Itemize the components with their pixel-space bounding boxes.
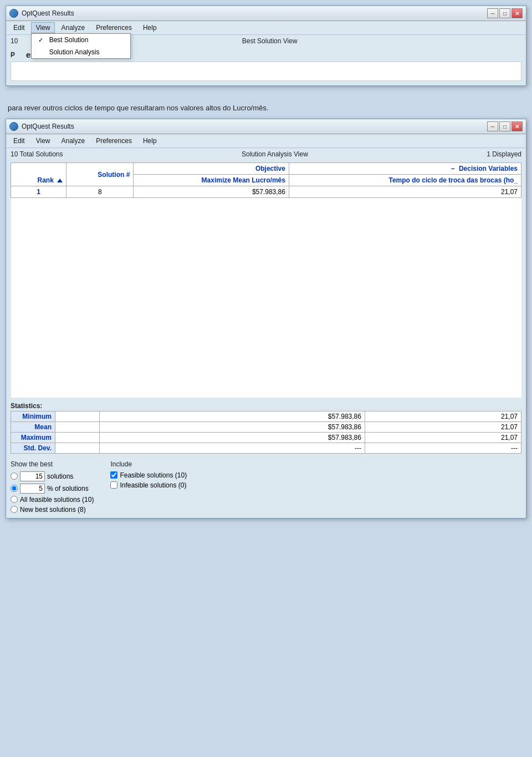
restore-button2[interactable]: □ — [499, 121, 510, 131]
radio-all-feasible[interactable] — [11, 496, 18, 503]
mean-empty — [55, 421, 100, 432]
stats-table: Minimum $57.983,86 21,07 Mean $57.983,86… — [11, 411, 521, 454]
window2-menubar: Edit View Analyze Preferences Help — [6, 134, 526, 148]
stddev-tempo: --- — [365, 443, 521, 453]
checkbox-row-infeasible: Infeasible solutions (0) — [110, 481, 187, 489]
menu2-view[interactable]: View — [31, 135, 55, 146]
decision-label: Decision Variables — [459, 165, 518, 172]
mean-objective: $57.983,86 — [100, 421, 365, 432]
radio-row-pct: % of solutions — [11, 484, 94, 494]
window1-menubar: Edit View ✓ Best Solution Solution Analy… — [6, 21, 526, 35]
window2-statusbar: 10 Total Solutions Solution Analysis Vie… — [6, 148, 526, 160]
pct-number-input[interactable] — [20, 484, 45, 494]
dropdown-solution-analysis[interactable]: Solution Analysis — [32, 46, 130, 58]
checkbox-row-feasible: Feasible solutions (10) — [110, 471, 187, 479]
solutions-count: 10 — [11, 37, 18, 45]
solution-analysis-label: Solution Analysis — [49, 48, 100, 56]
decision-col-header: − Decision Variables — [289, 163, 521, 175]
tempo-col-header: Tempo do ciclo de troca das brocas (ho_ — [289, 175, 521, 186]
optquest-icon — [9, 9, 18, 18]
window1-titlebar-left: OptQuest Results — [9, 9, 74, 18]
minus-btn[interactable]: − — [451, 165, 455, 172]
stddev-objective: --- — [100, 443, 365, 453]
window2-title: OptQuest Results — [22, 123, 74, 130]
statistics-label: Statistics: — [11, 402, 521, 410]
minimum-tempo: 21,07 — [365, 411, 521, 421]
close-button[interactable]: ✕ — [511, 8, 523, 18]
window1-title: OptQuest Results — [22, 9, 74, 17]
menu-help[interactable]: Help — [138, 22, 162, 33]
minimize-button[interactable]: ─ — [487, 8, 498, 18]
dropdown-best-solution[interactable]: ✓ Best Solution — [32, 34, 130, 46]
solution-table: Rank Solution # Objective − Decision Var… — [11, 162, 521, 398]
infeasible-checkbox[interactable] — [110, 481, 117, 489]
window2-titlebar: OptQuest Results ─ □ ✕ — [6, 119, 526, 134]
cell-solution: 8 — [66, 186, 134, 198]
menu-view[interactable]: View — [31, 22, 55, 33]
radio-new-best[interactable] — [11, 506, 18, 513]
controls-section: Show the best solutions % of solutions A… — [6, 456, 526, 518]
radio-solutions[interactable] — [11, 473, 18, 480]
chart-area — [11, 62, 521, 81]
maximize-col-header: Maximize Mean Lucro/mês — [134, 175, 289, 186]
window1: OptQuest Results ─ □ ✕ Edit View ✓ Best … — [6, 6, 526, 86]
minimize-button2[interactable]: ─ — [487, 121, 498, 131]
total-solutions: 10 Total Solutions — [11, 150, 63, 158]
radio-row-new-best: New best solutions (8) — [11, 506, 94, 514]
window2-controls: ─ □ ✕ — [487, 121, 523, 131]
view-label: Best Solution View — [242, 37, 298, 45]
displayed-count: 1 Displayed — [487, 150, 521, 158]
maximum-label: Maximum — [11, 432, 55, 443]
view-label2: Solution Analysis View — [242, 150, 308, 158]
show-best-title: Show the best — [11, 460, 94, 468]
objective-col-header: Objective — [134, 163, 289, 175]
maximum-tempo: 21,07 — [365, 432, 521, 443]
rank-label: Rank — [37, 176, 53, 184]
menu2-help[interactable]: Help — [138, 135, 162, 146]
feasible-label: Feasible solutions (10) — [120, 471, 187, 479]
stddev-label: Std. Dev. — [11, 443, 55, 453]
menu2-edit[interactable]: Edit — [8, 135, 30, 146]
feasible-checkbox[interactable] — [110, 471, 117, 479]
optquest-icon2 — [9, 122, 18, 131]
radio-row-solutions: solutions — [11, 471, 94, 481]
window1-titlebar: OptQuest Results ─ □ ✕ — [6, 6, 526, 21]
body-text: para rever outros ciclos de tempo que re… — [6, 97, 526, 119]
menu2-preferences[interactable]: Preferences — [91, 135, 137, 146]
radio-pct[interactable] — [11, 485, 18, 492]
minimum-label: Minimum — [11, 411, 55, 421]
close-button2[interactable]: ✕ — [511, 121, 523, 131]
view-dropdown-container: View ✓ Best Solution Solution Analysis — [31, 22, 55, 33]
window2-titlebar-left: OptQuest Results — [9, 122, 74, 131]
cell-objective: $57.983,86 — [134, 186, 289, 198]
stats-row-stddev: Std. Dev. --- --- — [11, 443, 521, 453]
empty-data-rows — [11, 198, 521, 398]
bold-p-label: P — [11, 51, 15, 59]
menu-analyze[interactable]: Analyze — [56, 22, 90, 33]
menu-preferences[interactable]: Preferences — [91, 22, 137, 33]
solutions-number-input[interactable] — [20, 471, 45, 481]
cell-tempo: 21,07 — [289, 186, 521, 198]
check-icon: ✓ — [38, 37, 46, 44]
new-best-label: New best solutions (8) — [20, 506, 86, 514]
restore-button[interactable]: □ — [499, 8, 510, 18]
minimum-objective: $57.983,86 — [100, 411, 365, 421]
view-dropdown-menu: ✓ Best Solution Solution Analysis — [31, 33, 131, 59]
maximum-empty — [55, 432, 100, 443]
stats-row-maximum: Maximum $57.983,86 21,07 — [11, 432, 521, 443]
include-title: Include — [110, 460, 187, 468]
all-feasible-label: All feasible solutions (10) — [20, 496, 94, 504]
menu-edit[interactable]: Edit — [8, 22, 30, 33]
stats-row-minimum: Minimum $57.983,86 21,07 — [11, 411, 521, 421]
window1-controls: ─ □ ✕ — [487, 8, 523, 18]
table-row: 1 8 $57.983,86 21,07 — [11, 186, 521, 198]
solutions-label: solutions — [47, 473, 73, 480]
mean-label: Mean — [11, 421, 55, 432]
show-best-group: Show the best solutions % of solutions A… — [11, 460, 94, 514]
pct-label: % of solutions — [47, 485, 89, 492]
best-solution-label: Best Solution — [49, 36, 89, 44]
include-group: Include Feasible solutions (10) Infeasib… — [110, 460, 187, 514]
menu2-analyze[interactable]: Analyze — [56, 135, 90, 146]
statistics-section: Statistics: Minimum $57.983,86 21,07 Mea… — [6, 400, 526, 456]
rank-col-header: Rank — [11, 163, 66, 186]
